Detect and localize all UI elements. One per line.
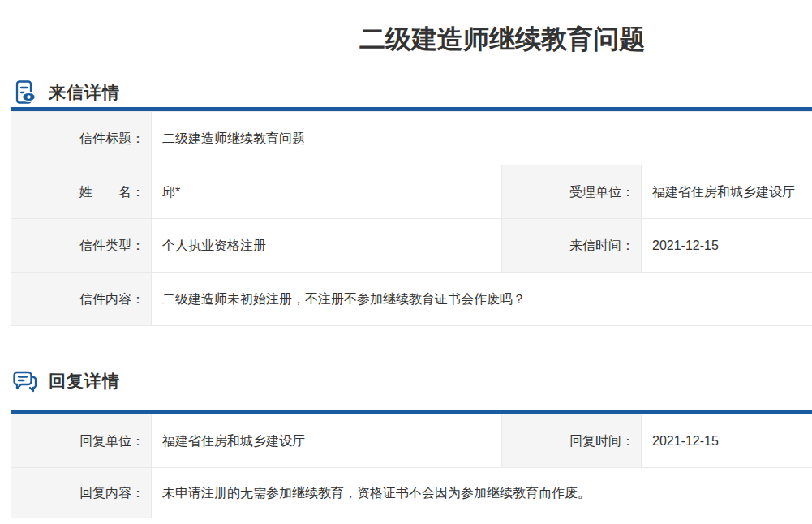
letter-accept-unit-value: 福建省住房和城乡建设厅	[642, 165, 812, 219]
letter-section-header: 来信详情	[12, 78, 812, 107]
reply-time-label: 回复时间：	[502, 414, 642, 468]
document-view-icon	[12, 79, 38, 105]
chat-bubbles-icon	[12, 368, 38, 394]
letter-content-label: 信件内容：	[11, 273, 152, 326]
reply-unit-label: 回复单位：	[11, 414, 152, 468]
letter-accept-unit-label: 受理单位：	[502, 165, 642, 219]
reply-time-value: 2021-12-15	[642, 414, 812, 468]
page-container: 二级建造师继续教育问题 来信详情 信件标题： 二级建造师继续教育问题	[11, 0, 812, 518]
letter-type-label: 信件类型：	[11, 219, 152, 273]
table-row: 信件类型： 个人执业资格注册 来信时间： 2021-12-15	[11, 219, 812, 273]
table-row: 回复内容： 未申请注册的无需参加继续教育，资格证书不会因为参加继续教育而作废。	[11, 468, 812, 518]
page-title: 二级建造师继续教育问题	[11, 0, 812, 78]
letter-detail-section: 来信详情 信件标题： 二级建造师继续教育问题 姓 名： 邱* 受理单位： 福建省…	[11, 78, 812, 326]
reply-content-value: 未申请注册的无需参加继续教育，资格证书不会因为参加继续教育而作废。	[152, 468, 812, 518]
letter-name-label: 姓 名：	[11, 165, 152, 219]
table-row: 姓 名： 邱* 受理单位： 福建省住房和城乡建设厅	[11, 165, 812, 219]
letter-name-value: 邱*	[152, 165, 502, 219]
reply-section-header: 回复详情	[12, 367, 812, 396]
letter-time-value: 2021-12-15	[642, 219, 812, 273]
reply-detail-table: 回复单位： 福建省住房和城乡建设厅 回复时间： 2021-12-15 回复内容：…	[11, 414, 812, 518]
reply-section-title: 回复详情	[49, 370, 120, 393]
table-row: 回复单位： 福建省住房和城乡建设厅 回复时间： 2021-12-15	[11, 414, 812, 468]
letter-section-title: 来信详情	[49, 81, 120, 104]
letter-content-value: 二级建造师未初始注册，不注册不参加继续教育证书会作废吗？	[152, 273, 812, 326]
table-row: 信件标题： 二级建造师继续教育问题	[11, 112, 812, 165]
reply-unit-value: 福建省住房和城乡建设厅	[152, 414, 502, 468]
letter-type-value: 个人执业资格注册	[152, 219, 502, 273]
letter-subject-label: 信件标题：	[11, 112, 152, 165]
letter-time-label: 来信时间：	[502, 219, 642, 273]
reply-detail-section: 回复详情 回复单位： 福建省住房和城乡建设厅 回复时间： 2021-12-15 …	[11, 367, 812, 518]
table-row: 信件内容： 二级建造师未初始注册，不注册不参加继续教育证书会作废吗？	[11, 273, 812, 326]
reply-content-label: 回复内容：	[11, 468, 152, 518]
letter-detail-table: 信件标题： 二级建造师继续教育问题 姓 名： 邱* 受理单位： 福建省住房和城乡…	[11, 111, 812, 326]
letter-subject-value: 二级建造师继续教育问题	[152, 112, 812, 165]
